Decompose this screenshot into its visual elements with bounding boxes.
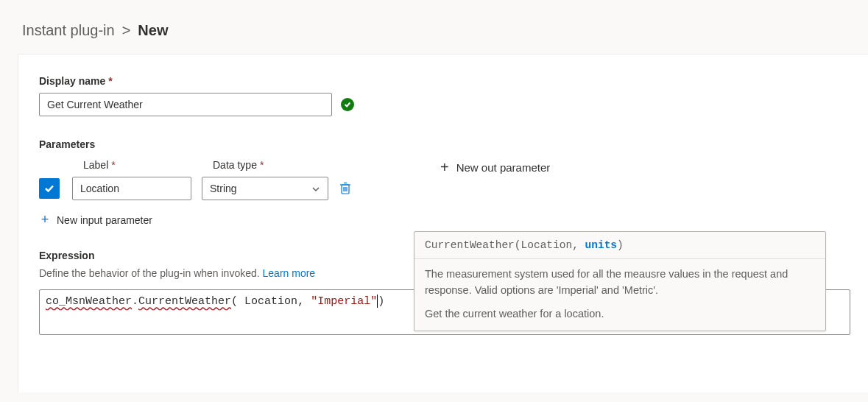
tooltip-description-2: Get the current weather for a location. [425,306,815,322]
valid-check-icon [341,98,354,111]
learn-more-link[interactable]: Learn more [263,267,316,279]
breadcrumb-parent[interactable]: Instant plug-in [22,22,115,39]
display-name-label: Display name* [39,75,847,87]
param-label-input[interactable] [72,177,191,200]
new-out-parameter-button[interactable]: + New out parameter [440,159,550,176]
param-label-header: Label* [83,159,213,171]
display-name-input[interactable] [39,93,332,116]
delete-param-button[interactable] [339,182,352,195]
param-datatype-header: Data type* [213,159,342,171]
breadcrumb-separator: > [122,22,131,39]
param-row: String [39,177,352,200]
tooltip-description-1: The measurement system used for all the … [425,267,815,299]
parameters-heading: Parameters [39,138,847,150]
chevron-down-icon [311,184,320,193]
breadcrumb: Instant plug-in > New [0,0,868,54]
param-datatype-select[interactable]: String [202,177,328,200]
form-panel: Display name* Parameters Label* Data typ… [18,54,868,392]
param-datatype-value: String [210,183,237,194]
intellisense-tooltip: CurrentWeather(Location, units) The meas… [414,231,826,331]
plus-icon: + [440,159,449,176]
tooltip-signature: CurrentWeather(Location, units) [414,232,825,259]
breadcrumb-current: New [138,22,168,39]
param-checkbox[interactable] [39,178,60,199]
new-input-parameter-button[interactable]: + New input parameter [39,212,352,228]
plus-icon: + [39,212,51,228]
